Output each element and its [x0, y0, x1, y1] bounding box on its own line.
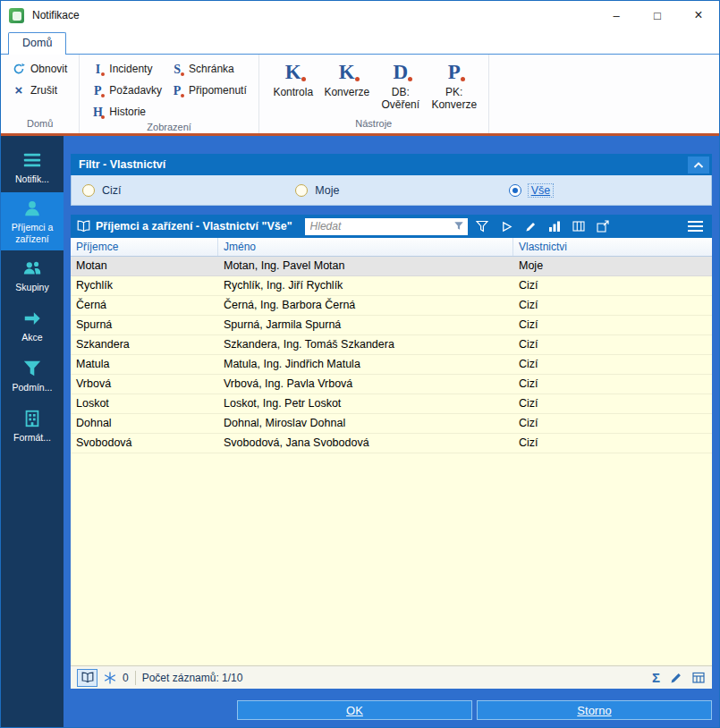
db-overeni-label: DB: Ověření [381, 87, 419, 112]
main-area: Notifik... Příjemci a zařízení Skupiny A… [1, 136, 719, 727]
pk-konverze-button[interactable]: P PK: Konverze [428, 59, 481, 118]
konverze-button[interactable]: K Konverze [320, 59, 374, 118]
table-row[interactable]: Loskot Loskot, Ing. Petr Loskot Cizí [71, 394, 712, 414]
radio-circle-icon [509, 184, 521, 197]
pozadavky-button[interactable]: P Požadavky [87, 80, 166, 100]
refresh-label: Obnovit [30, 63, 67, 75]
historie-button[interactable]: H Historie [87, 102, 166, 122]
table-row[interactable]: Dohnal Dohnal, Miroslav Dohnal Cizí [71, 414, 712, 434]
dialog-footer: OK Storno [71, 700, 712, 720]
kontrola-label: Kontrola [273, 87, 313, 99]
filter-options-row: Cizí Moje Vše [71, 175, 712, 206]
close-button[interactable]: × [678, 1, 719, 30]
cell-prijemce: Dohnal [71, 414, 218, 433]
sum-button[interactable]: Σ [652, 670, 660, 685]
record-count-label: Počet záznamů: 1/10 [142, 672, 243, 684]
sidebar: Notifik... Příjemci a zařízení Skupiny A… [1, 136, 64, 727]
filter-funnel-icon [476, 220, 488, 233]
edit-filter-button[interactable] [521, 218, 540, 235]
table-row[interactable]: Černá Černá, Ing. Barbora Černá Cizí [71, 296, 712, 316]
search-box [305, 218, 468, 235]
export-table-icon [597, 220, 609, 233]
cell-prijemce: Vrbová [71, 375, 218, 394]
db-overeni-button[interactable]: D DB: Ověření [374, 59, 428, 118]
cancel-label: Zrušit [30, 84, 57, 97]
column-header-prijemce[interactable]: Příjemce [71, 238, 218, 256]
pozadavky-label: Požadavky [109, 84, 162, 97]
tab-domu[interactable]: Domů [8, 32, 66, 55]
cell-vlastnictvi: Cizí [513, 375, 712, 394]
sidebar-item-format[interactable]: Formát... [1, 401, 64, 451]
maximize-button[interactable]: □ [637, 1, 678, 30]
sidebar-item-notifikace[interactable]: Notifik... [1, 142, 64, 192]
sidebar-item-skupiny[interactable]: Skupiny [1, 250, 64, 301]
panel-menu-button[interactable] [682, 218, 707, 235]
run-filter-button[interactable] [497, 218, 516, 235]
cell-vlastnictvi: Cizí [513, 276, 712, 295]
ribbon: Obnovit × Zrušit Domů I Incidenty [1, 54, 719, 133]
pripomenuti-button[interactable]: P Připomenutí [166, 80, 251, 100]
cancel-button[interactable]: × Zrušit [8, 80, 72, 100]
cell-prijemce: Motan [71, 257, 218, 275]
cell-vlastnictvi: Cizí [513, 414, 712, 433]
filter-panel-title: Filtr - Vlastnictví [79, 158, 688, 171]
filter-button[interactable] [473, 218, 492, 235]
kontrola-button[interactable]: K Kontrola [267, 59, 320, 118]
sidebar-item-label: Formát... [13, 432, 51, 444]
cell-prijemce: Loskot [71, 394, 218, 413]
cell-prijemce: Černá [71, 296, 218, 315]
collapse-panel-button[interactable] [688, 157, 709, 174]
chart-button[interactable] [546, 218, 564, 235]
cell-jmeno: Dohnal, Miroslav Dohnal [218, 414, 513, 433]
search-filter-icon[interactable] [453, 221, 464, 232]
refresh-button[interactable]: Obnovit [8, 59, 72, 79]
app-icon [9, 8, 24, 23]
table-row[interactable]: Svobodová Svobodová, Jana Svobodová Cizí [71, 434, 712, 453]
export-button[interactable] [594, 218, 613, 235]
cell-jmeno: Černá, Ing. Barbora Černá [218, 296, 513, 315]
columns-button[interactable] [570, 218, 589, 235]
menu-icon [688, 221, 703, 223]
konverze-icon: K [339, 60, 355, 84]
incidenty-button[interactable]: I Incidenty [87, 59, 166, 79]
radio-cizi[interactable]: Cizí [72, 184, 284, 197]
cell-vlastnictvi: Moje [513, 257, 712, 275]
incidenty-icon: I [91, 63, 104, 76]
window-controls: – □ × [596, 1, 719, 30]
sidebar-item-prijemci-a-zarizeni[interactable]: Příjemci a zařízení [1, 192, 64, 250]
radio-moje[interactable]: Moje [284, 184, 497, 197]
column-header-vlastnictvi[interactable]: Vlastnictvi [513, 238, 712, 256]
minimize-button[interactable]: – [596, 1, 637, 30]
action-arrow-icon [22, 309, 42, 328]
pripomenuti-label: Připomenutí [189, 84, 247, 97]
book-view-toggle[interactable] [77, 669, 97, 687]
table-row[interactable]: Vrbová Vrbová, Ing. Pavla Vrbová Cizí [71, 375, 712, 394]
table-row[interactable]: Spurná Spurná, Jarmila Spurná Cizí [71, 316, 712, 335]
radio-label: Moje [315, 184, 339, 197]
group-icon [22, 258, 42, 278]
cell-vlastnictvi: Cizí [513, 296, 712, 315]
table-row[interactable]: Matula Matula, Ing. Jindřich Matula Cizí [71, 355, 712, 375]
sidebar-item-akce[interactable]: Akce [1, 301, 64, 351]
ribbon-group-label: Domů [1, 118, 79, 133]
cell-prijemce: Rychlík [71, 276, 218, 295]
table-row[interactable]: Rychlík Rychlík, Ing. Jiří Rychlík Cizí [71, 276, 712, 296]
table-row[interactable]: Motan Motan, Ing. Pavel Motan Moje [71, 257, 712, 276]
pripomenuti-icon: P [171, 84, 183, 97]
cell-jmeno: Svobodová, Jana Svobodová [218, 434, 513, 453]
radio-vse[interactable]: Vše [498, 184, 711, 197]
sidebar-item-podminky[interactable]: Podmín... [1, 351, 64, 401]
storno-button[interactable]: Storno [477, 700, 712, 720]
cell-prijemce: Szkandera [71, 335, 218, 354]
ribbon-group-nastroje: K Kontrola K Konverze D DB: Ověření P PK… [259, 55, 489, 133]
table-row[interactable]: Szkandera Szkandera, Ing. Tomáš Szkander… [71, 335, 712, 355]
edit-pencil-button[interactable] [670, 672, 682, 684]
building-icon [22, 409, 42, 428]
column-header-jmeno[interactable]: Jméno [218, 238, 513, 256]
schranka-button[interactable]: S Schránka [166, 59, 251, 79]
grid-settings-button[interactable] [692, 672, 706, 684]
refresh-icon [13, 63, 25, 75]
ok-button[interactable]: OK [237, 700, 472, 720]
search-input[interactable] [310, 220, 453, 233]
schranka-label: Schránka [189, 63, 234, 75]
